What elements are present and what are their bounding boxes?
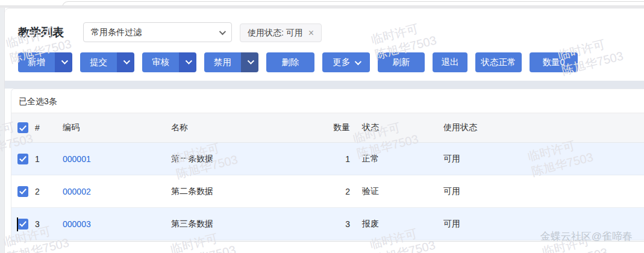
- row-checkbox-cell: [11, 186, 31, 197]
- row-use-status: 可用: [443, 154, 644, 164]
- toolbar-button-label[interactable]: 审核: [142, 52, 179, 72]
- table-body: 1 000001 第一条数据 1 正常 可用 2 000002 第二条数据 2 …: [11, 143, 644, 240]
- row-qty: 2: [322, 187, 352, 196]
- row-status: 正常: [352, 154, 443, 164]
- toolbar-button-label[interactable]: 新增: [18, 52, 55, 72]
- chevron-down-icon[interactable]: [55, 52, 72, 72]
- row-use-status: 可用: [443, 186, 644, 197]
- row-code-cell: 000002: [58, 187, 167, 196]
- row-index: 1: [31, 154, 58, 164]
- row-index: 3: [31, 219, 58, 229]
- row-code-link[interactable]: 000003: [63, 219, 91, 229]
- toolbar-button[interactable]: 删除: [266, 52, 314, 72]
- community-credit: 金蝶云社区@雀啼春: [540, 230, 633, 243]
- toolbar-button[interactable]: 刷新: [378, 52, 425, 72]
- table-row[interactable]: 2 000002 第二条数据 2 验证 可用: [11, 175, 644, 208]
- row-use-status: 可用: [443, 219, 644, 230]
- row-qty: 1: [322, 154, 352, 164]
- toolbar: 新增提交审核禁用删除更多刷新退出状态正常数量0: [18, 52, 578, 72]
- text-cursor: [17, 217, 18, 231]
- toolbar-button-label: 刷新: [393, 57, 410, 68]
- chevron-down-icon[interactable]: [241, 52, 258, 72]
- toolbar-button[interactable]: 数量0: [530, 52, 578, 72]
- row-qty: 3: [322, 219, 352, 229]
- filter-dropdown[interactable]: 常用条件过滤: [83, 22, 232, 42]
- table-row[interactable]: 1 000001 第一条数据 1 正常 可用: [11, 143, 644, 175]
- toolbar-split-button[interactable]: 新增: [18, 52, 72, 72]
- row-code-cell: 000003: [58, 219, 167, 229]
- header-checkbox-cell: [11, 122, 31, 133]
- chevron-down-icon: [354, 58, 361, 64]
- row-checkbox-cell: [11, 154, 31, 164]
- row-code-link[interactable]: 000002: [63, 187, 91, 196]
- row-status: 验证: [352, 186, 443, 197]
- table-header-row: # 编码 名称 数量 状态 使用状态: [11, 113, 644, 143]
- data-grid: 已全选3条 # 编码 名称 数量 状态 使用状态 1 000001 第一条数据 …: [11, 89, 644, 242]
- toolbar-split-button[interactable]: 禁用: [204, 52, 258, 72]
- row-checkbox-cell: [11, 219, 31, 230]
- row-checkbox[interactable]: [17, 219, 28, 230]
- toolbar-button[interactable]: 更多: [322, 52, 370, 72]
- chevron-down-icon: [219, 28, 226, 34]
- selection-info-bar: 已全选3条: [11, 89, 644, 113]
- row-status: 报废: [352, 219, 443, 230]
- column-header-use-status[interactable]: 使用状态: [443, 122, 644, 133]
- row-checkbox[interactable]: [17, 186, 28, 197]
- row-name: 第一条数据: [167, 154, 322, 164]
- selection-info-text: 已全选3条: [19, 96, 57, 106]
- toolbar-button[interactable]: 退出: [433, 52, 467, 72]
- column-header-status[interactable]: 状态: [352, 122, 443, 133]
- toolbar-button-label: 数量0: [542, 57, 564, 68]
- left-gutter: [0, 8, 5, 253]
- toolbar-split-button[interactable]: 审核: [142, 52, 196, 72]
- toolbar-split-button[interactable]: 提交: [80, 52, 134, 72]
- toolbar-button[interactable]: 状态正常: [475, 52, 522, 72]
- column-header-index[interactable]: #: [31, 123, 58, 133]
- toolbar-button-label: 更多: [333, 57, 351, 68]
- column-header-qty[interactable]: 数量: [322, 122, 352, 133]
- toolbar-button-label: 状态正常: [481, 57, 516, 68]
- row-code-link[interactable]: 000001: [63, 154, 91, 164]
- page-title: 教学列表: [18, 25, 64, 40]
- filter-dropdown-value: 常用条件过滤: [91, 27, 142, 38]
- list-page-card: 教学列表 常用条件过滤 使用状态: 可用 × 新增提交审核禁用删除更多刷新退出状…: [5, 8, 644, 253]
- column-header-name[interactable]: 名称: [167, 122, 322, 133]
- row-name: 第三条数据: [167, 219, 322, 230]
- column-header-code[interactable]: 编码: [58, 122, 167, 133]
- row-checkbox[interactable]: [17, 154, 28, 164]
- toolbar-button-label[interactable]: 禁用: [204, 52, 241, 72]
- filter-tag-label: 使用状态: 可用: [248, 28, 303, 39]
- chevron-down-icon[interactable]: [179, 52, 196, 72]
- chevron-down-icon[interactable]: [117, 52, 134, 72]
- row-name: 第二条数据: [167, 186, 322, 197]
- toolbar-button-label: 删除: [282, 57, 299, 68]
- toolbar-button-label: 退出: [442, 57, 459, 68]
- panel-gap-band: [5, 81, 644, 89]
- close-icon[interactable]: ×: [308, 28, 314, 39]
- select-all-checkbox[interactable]: [17, 122, 28, 133]
- row-code-cell: 000001: [58, 154, 167, 164]
- row-index: 2: [31, 187, 58, 196]
- filter-tag[interactable]: 使用状态: 可用 ×: [240, 23, 322, 42]
- toolbar-button-label[interactable]: 提交: [80, 52, 117, 72]
